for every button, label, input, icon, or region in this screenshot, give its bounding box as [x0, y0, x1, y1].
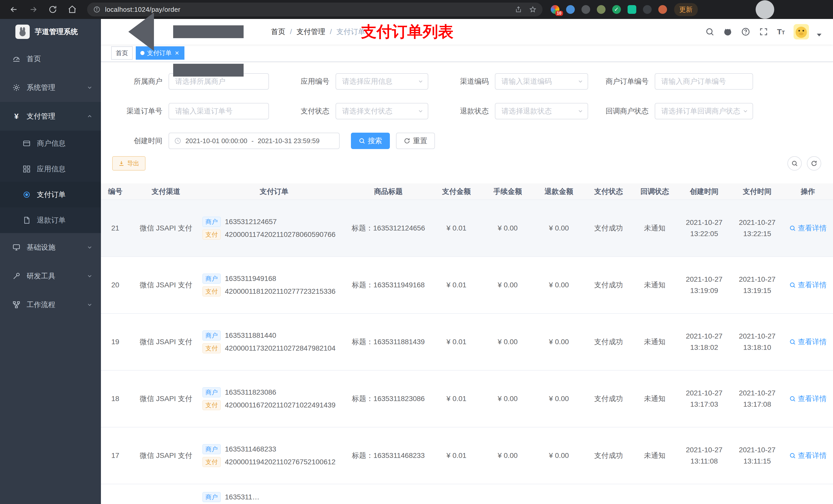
product-title: 标题：1635311949168	[346, 257, 431, 313]
clock-icon	[174, 137, 181, 144]
export-button[interactable]: 导出	[112, 156, 145, 171]
toggle-search-button[interactable]	[787, 156, 802, 171]
forward-icon[interactable]	[29, 5, 38, 14]
sidebar-item-label: 工作流程	[27, 300, 55, 310]
help-icon[interactable]	[741, 27, 750, 37]
extension-icon-check[interactable]: ✓	[612, 5, 621, 14]
view-detail-link[interactable]: 查看详情	[789, 280, 827, 290]
sidebar-item-app-info[interactable]: 应用信息	[0, 156, 101, 182]
product-title: 标题：1635312124656	[346, 200, 431, 257]
refund-amount: ¥ 0.00	[533, 313, 585, 370]
home-icon[interactable]	[68, 5, 77, 14]
download-icon	[118, 160, 124, 166]
merchant-order-no: 1635311949168	[225, 274, 276, 283]
gear-icon	[12, 83, 21, 92]
share-icon[interactable]	[515, 6, 522, 13]
sidebar-item-pay-order[interactable]: 支付订单	[0, 182, 101, 208]
sidebar-item-home[interactable]: 首页	[0, 45, 101, 73]
sidebar-item-refund-order[interactable]: 退款订单	[0, 208, 101, 233]
site-info-icon[interactable]	[93, 6, 100, 13]
col-header: 支付订单	[203, 183, 346, 200]
merchant-tag: 商户	[203, 387, 221, 398]
view-detail-link[interactable]: 查看详情	[789, 451, 827, 460]
reload-icon[interactable]	[48, 5, 57, 14]
order-id: 17	[101, 427, 129, 484]
extension-icon-green-square[interactable]	[627, 5, 636, 14]
flow-icon	[12, 301, 21, 309]
app-title: 芋道管理系统	[35, 27, 78, 37]
notify-status-select[interactable]	[655, 103, 753, 119]
pay-channel: 微信 JSAPI 支付	[129, 427, 203, 484]
channel-code-select[interactable]	[495, 73, 588, 90]
extension-badge: 10	[555, 11, 563, 16]
caret-down-icon[interactable]	[814, 30, 824, 40]
reset-button-label: 重置	[413, 136, 427, 146]
extensions-row: 10 ✓	[551, 5, 667, 14]
app-logo[interactable]: 芋道管理系统	[0, 19, 101, 45]
avatar[interactable]	[793, 24, 809, 40]
sidebar-item-infra[interactable]: 基础设施	[0, 233, 101, 262]
pay-status-select[interactable]	[336, 103, 428, 119]
col-header: 支付状态	[585, 183, 633, 200]
magnifier-icon	[789, 339, 796, 345]
pay-tag: 支付	[203, 286, 221, 296]
extension-icon-olive[interactable]	[597, 5, 605, 14]
view-detail-link[interactable]: 查看详情	[789, 337, 827, 347]
font-size-icon[interactable]: TT	[777, 27, 785, 36]
sidebar-item-system[interactable]: 系统管理	[0, 73, 101, 102]
fullscreen-icon[interactable]	[759, 27, 768, 37]
filter-label: 退款状态	[437, 106, 495, 116]
sidebar-item-payment[interactable]: ¥ 支付管理	[0, 102, 101, 130]
pay-tag: 支付	[203, 457, 221, 467]
notify-status: 未通知	[633, 200, 677, 257]
app-select[interactable]	[336, 73, 428, 90]
date-separator: -	[251, 137, 254, 145]
extension-icon-drop[interactable]	[566, 5, 575, 14]
view-detail-link[interactable]: 查看详情	[789, 223, 827, 233]
reset-button[interactable]: 重置	[396, 133, 435, 149]
grid-icon	[23, 165, 31, 173]
sidebar-item-label: 研发工具	[27, 271, 55, 281]
col-header: 创建时间	[677, 183, 732, 200]
create-time-range-picker[interactable]: 2021-10-01 00:00:00 - 2021-10-31 23:59:5…	[169, 133, 340, 149]
breadcrumb-payment[interactable]: 支付管理	[296, 27, 337, 37]
search-icon	[791, 160, 798, 167]
merchant-order-no: 1635311468233	[225, 445, 276, 453]
fee-amount: ¥ 0.00	[482, 200, 533, 257]
search-icon	[359, 138, 365, 144]
page-title-annotation: 支付订单列表	[361, 22, 453, 42]
col-header: 支付金额	[431, 183, 482, 200]
refresh-icon	[404, 138, 410, 144]
table-row: 20 微信 JSAPI 支付 商户1635311949168 支付4200001…	[101, 257, 833, 313]
refund-status-select[interactable]	[495, 103, 588, 119]
breadcrumb-home[interactable]: 首页	[271, 27, 296, 37]
col-header: 操作	[783, 183, 833, 200]
merchant-order-no-input[interactable]	[655, 73, 753, 90]
fee-amount: ¥ 0.00	[482, 370, 533, 427]
back-icon[interactable]	[9, 5, 19, 14]
search-button[interactable]: 搜索	[351, 133, 390, 149]
github-icon[interactable]	[723, 27, 732, 37]
sidebar-fold-icon[interactable]	[101, 0, 271, 109]
merchant-order-no: 1635312124657	[225, 218, 277, 226]
sidebar-item-workflow[interactable]: 工作流程	[0, 290, 101, 319]
sidebar-item-merchant-info[interactable]: 商户信息	[0, 130, 101, 156]
extension-icon-dark[interactable]	[581, 5, 590, 14]
extension-icon-colorwheel[interactable]: 10	[551, 5, 560, 14]
sidebar-item-devtools[interactable]: 研发工具	[0, 262, 101, 290]
refresh-table-button[interactable]	[807, 156, 821, 171]
bookmark-star-icon[interactable]	[529, 6, 537, 13]
pay-time: 2021-10-27 13:19:15	[732, 257, 783, 313]
browser-update-button[interactable]: 更新	[674, 3, 698, 16]
notify-status: 未通知	[633, 313, 677, 370]
extension-icon-pin[interactable]	[643, 5, 652, 14]
extension-icon-face[interactable]	[658, 5, 667, 14]
magnifier-icon	[789, 452, 796, 459]
pay-time: 2021-10-27 13:18:10	[732, 313, 783, 370]
filter-label: 回调商户状态	[597, 106, 655, 116]
table-row: 17 微信 JSAPI 支付 商户1635311468233 支付4200001…	[101, 427, 833, 484]
pay-time: 2021-10-27 13:17:08	[732, 370, 783, 427]
pay-status: 支付成功	[585, 370, 633, 427]
search-icon[interactable]	[705, 27, 714, 37]
view-detail-link[interactable]: 查看详情	[789, 394, 827, 404]
